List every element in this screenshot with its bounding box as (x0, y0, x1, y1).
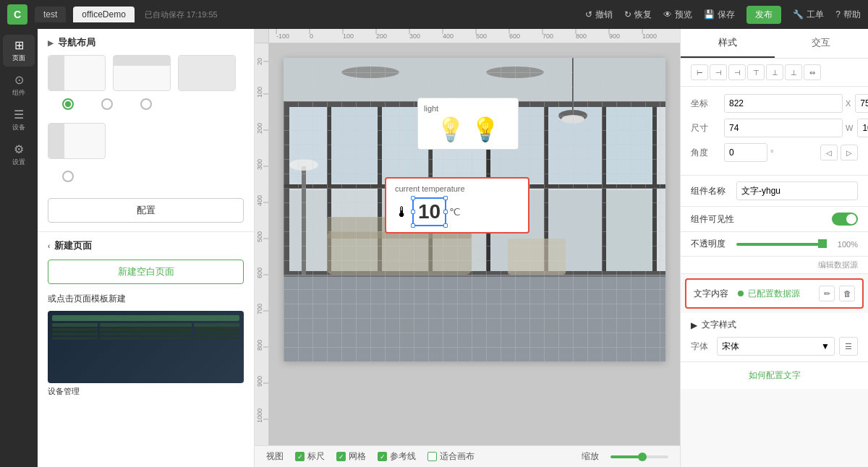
radio-2[interactable] (101, 98, 113, 110)
comp-name-input[interactable] (736, 181, 858, 200)
workorder-button[interactable]: 🔧工单 (793, 9, 824, 21)
new-blank-page-button[interactable]: 新建空白页面 (48, 260, 244, 284)
visibility-toggle[interactable] (832, 213, 858, 226)
template-section-label: 或点击页面模板新建 (48, 293, 244, 305)
sidebar-item-settings[interactable]: ⚙ 设置 (3, 139, 35, 171)
publish-button[interactable]: 发布 (746, 6, 781, 24)
align-center-h-button[interactable]: ⊣ (710, 64, 727, 80)
radio-4[interactable] (62, 171, 74, 182)
align-bottom-button[interactable]: ⊥ (785, 64, 802, 80)
ruler-checkbox[interactable]: 标尺 (295, 450, 325, 463)
data-configured-dot (738, 291, 744, 296)
new-page-title: ‹ 新建页面 (48, 239, 244, 252)
radio-1[interactable] (62, 98, 74, 110)
zoom-thumb[interactable] (638, 453, 647, 461)
tab-interact[interactable]: 交互 (775, 29, 869, 58)
edit-data-link[interactable]: 编辑数据源 (818, 260, 858, 269)
zoom-control[interactable] (610, 455, 668, 458)
layout-option-3[interactable] (178, 55, 236, 91)
tab-test[interactable]: test (35, 7, 66, 22)
delete-data-button[interactable]: 🗑 (839, 286, 855, 301)
angle-input-group: ° (724, 143, 816, 162)
layout-radio-row-2 (48, 171, 244, 182)
tab-officedemo[interactable]: officeDemo (73, 7, 134, 22)
canvas-container: 20 100 200 300 400 500 600 (255, 43, 680, 445)
sidebar-item-component[interactable]: ⊙ 组件 (3, 69, 35, 101)
nav-layout-title: ▶ 导航布局 (38, 29, 254, 55)
template-thumbnail[interactable] (48, 311, 244, 383)
svg-text:-100: -100 (276, 33, 289, 40)
help-button[interactable]: ?帮助 (835, 9, 861, 21)
handle-bl[interactable] (411, 223, 415, 228)
data-configured-value: 已配置数据源 (748, 288, 814, 300)
new-page-arrow-icon: ‹ (48, 242, 50, 250)
x-input[interactable] (724, 94, 843, 113)
layout-option-4[interactable] (48, 123, 106, 159)
canvas[interactable]: light 💡 💡 current temperature 🌡 10 (284, 58, 665, 361)
light-widget[interactable]: light 💡 💡 (417, 98, 519, 150)
opacity-slider[interactable] (736, 243, 827, 246)
font-settings-button[interactable]: ☰ (839, 337, 858, 356)
config-text-link[interactable]: 如何配置文字 (681, 362, 868, 389)
fit-canvas-checkbox-icon (427, 452, 437, 461)
svg-rect-70 (289, 107, 327, 183)
fit-canvas-checkbox[interactable]: 适合画布 (427, 450, 475, 463)
svg-text:700: 700 (256, 304, 263, 314)
text-content-section: 文字内容 已配置数据源 ✏ 🗑 (685, 278, 864, 309)
canvas-scroll[interactable]: light 💡 💡 current temperature 🌡 10 (269, 43, 680, 445)
handle-mr[interactable] (443, 210, 448, 214)
view-label: 视图 (266, 450, 284, 463)
tab-style[interactable]: 样式 (681, 29, 775, 58)
layout-radio-row (48, 98, 244, 110)
rotate-left-button[interactable]: ◁ (820, 145, 838, 160)
sidebar-item-page[interactable]: ⊞ 页面 (3, 35, 35, 67)
handle-tl[interactable] (411, 196, 415, 200)
grid-checkbox[interactable]: 网格 (336, 450, 366, 463)
layout-option-2[interactable] (113, 55, 171, 91)
right-tabs: 样式 交互 (681, 29, 868, 59)
layout-option-1[interactable] (48, 55, 106, 91)
config-button[interactable]: 配置 (48, 198, 244, 223)
w-input[interactable] (724, 119, 843, 137)
edit-data-button[interactable]: ✏ (819, 286, 835, 301)
svg-rect-57 (284, 58, 665, 101)
svg-text:300: 300 (256, 159, 263, 170)
save-button[interactable]: 💾保存 (704, 9, 735, 21)
radio-3[interactable] (140, 98, 152, 110)
svg-text:400: 400 (443, 33, 454, 40)
angle-input[interactable] (724, 143, 767, 162)
component-icon: ⊙ (14, 73, 24, 87)
topbar: C test officeDemo 已自动保存 17:19:55 ↺撤销 ↻恢复… (0, 0, 868, 29)
distribute-h-button[interactable]: ⇔ (804, 64, 821, 80)
font-select[interactable]: 宋体 ▼ (717, 337, 835, 356)
redo-button[interactable]: ↻恢复 (624, 9, 652, 21)
h-input[interactable] (857, 119, 868, 137)
undo-button[interactable]: ↺撤销 (585, 9, 613, 21)
x-suffix: X (846, 99, 851, 108)
temperature-widget[interactable]: current temperature 🌡 10 (385, 177, 529, 234)
new-page-section: ‹ 新建页面 新建空白页面 或点击页面模板新建 (38, 232, 254, 404)
ruler-top-svg: -100 0 100 200 300 400 500 600 7 (269, 29, 665, 43)
zoom-label: 缩放 (582, 450, 599, 463)
nav-layout-section: ▶ 导航布局 (38, 29, 254, 232)
svg-rect-93 (302, 166, 306, 275)
guide-checkbox[interactable]: 参考线 (378, 450, 416, 463)
align-left-button[interactable]: ⊢ (691, 64, 708, 80)
nav-arrow-icon: ▶ (48, 39, 54, 47)
zoom-slider[interactable] (610, 455, 668, 458)
align-top-button[interactable]: ⊤ (747, 64, 765, 80)
align-right-button[interactable]: ⊣ (728, 64, 746, 80)
handle-tr[interactable] (443, 196, 448, 200)
align-center-v-button[interactable]: ⊥ (766, 64, 783, 80)
text-content-label: 文字内容 (694, 288, 733, 300)
ruler-left: 20 100 200 300 400 500 600 (255, 43, 269, 445)
handle-br[interactable] (443, 223, 448, 228)
temp-label: current temperature (395, 184, 519, 193)
sidebar-item-device[interactable]: ☰ 设备 (3, 104, 35, 136)
y-input[interactable] (855, 94, 868, 113)
handle-ml[interactable] (411, 210, 415, 214)
rotate-right-button[interactable]: ▷ (841, 145, 858, 160)
preview-button[interactable]: 👁预览 (663, 9, 692, 21)
right-panel: 样式 交互 ⊢ ⊣ ⊣ ⊤ ⊥ ⊥ ⇔ 坐标 X Y (680, 29, 868, 467)
logo[interactable]: C (7, 4, 27, 25)
